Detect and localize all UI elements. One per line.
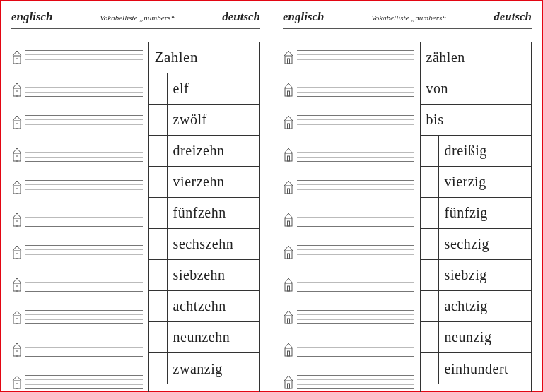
writing-line[interactable] [11, 108, 143, 136]
page-header: englisch Vokabelliste „numbers“ deutsch [11, 10, 260, 29]
writing-line[interactable] [11, 43, 143, 71]
ruled-lines [297, 148, 414, 162]
german-word: elf [168, 73, 259, 104]
writing-line[interactable] [11, 335, 143, 364]
german-word-cell: elf [149, 73, 259, 105]
writing-line[interactable] [283, 76, 414, 104]
writing-line[interactable] [283, 271, 414, 299]
writing-line[interactable] [283, 43, 414, 71]
ruled-lines [25, 278, 143, 292]
german-word: sechzig [439, 229, 531, 259]
writing-line[interactable] [283, 141, 414, 169]
worksheet-page-left: englisch Vokabelliste „numbers“ deutsch [1, 1, 270, 391]
german-word-cell: zählen [421, 42, 531, 73]
indent-marker [421, 353, 439, 384]
indent-marker [149, 198, 168, 228]
indent-marker [149, 167, 168, 197]
writing-line[interactable] [11, 141, 143, 169]
house-icon [283, 146, 294, 163]
german-word: neunzehn [168, 322, 259, 352]
german-word: fünfzehn [168, 198, 259, 228]
indent-marker [149, 105, 168, 135]
writing-line[interactable] [283, 238, 414, 266]
writing-line[interactable] [11, 238, 143, 266]
writing-line[interactable] [11, 271, 143, 299]
ruled-lines [297, 245, 414, 259]
svg-rect-42 [285, 381, 292, 388]
german-word: fünfzig [439, 198, 531, 228]
indent-marker [421, 136, 439, 166]
svg-rect-11 [16, 221, 18, 226]
english-column [283, 42, 414, 392]
header-german-label: deutsch [494, 10, 532, 24]
writing-line[interactable] [11, 173, 143, 201]
german-word: neunzig [439, 322, 531, 352]
german-word-cell: fünfzehn [149, 198, 259, 229]
german-word: zwölf [168, 105, 259, 135]
german-word: bis [421, 105, 531, 135]
svg-rect-33 [288, 221, 290, 226]
writing-line[interactable] [283, 173, 414, 201]
writing-line[interactable] [11, 206, 143, 234]
ruled-lines [297, 83, 414, 97]
writing-line[interactable] [283, 335, 414, 364]
writing-line[interactable] [283, 303, 414, 331]
german-word-cell: neunzehn [149, 322, 259, 353]
house-icon [11, 244, 23, 261]
columns: zählenvonbisdreißigvierzigfünfzigsechzig… [283, 42, 532, 392]
writing-line[interactable] [283, 368, 414, 392]
writing-line[interactable] [283, 206, 414, 234]
house-icon [11, 114, 23, 131]
house-icon [11, 211, 23, 228]
german-word: vierzig [439, 167, 531, 197]
svg-rect-12 [13, 251, 21, 259]
svg-rect-0 [13, 56, 21, 64]
writing-line[interactable] [11, 368, 143, 392]
ruled-lines [297, 343, 414, 357]
svg-rect-2 [13, 88, 21, 96]
german-word: vierzehn [168, 167, 259, 197]
ruled-lines [25, 310, 143, 324]
svg-rect-29 [288, 156, 290, 161]
indent-marker [149, 260, 168, 290]
svg-rect-30 [285, 186, 292, 194]
indent-marker [149, 229, 168, 259]
german-word: Zahlen [149, 42, 259, 73]
svg-rect-40 [285, 348, 292, 356]
svg-rect-1 [16, 59, 18, 64]
german-word-cell: dreißig [421, 136, 531, 167]
writing-line[interactable] [11, 303, 143, 331]
german-word: dreißig [439, 136, 531, 166]
svg-rect-8 [13, 186, 21, 194]
svg-rect-10 [13, 218, 21, 226]
german-word-cell: sechzig [421, 229, 531, 260]
header-english-label: englisch [11, 10, 53, 24]
german-title-cell: Zahlen [149, 42, 259, 73]
ruled-lines [25, 343, 143, 357]
svg-rect-41 [288, 351, 290, 356]
ruled-lines [297, 50, 414, 64]
house-icon [283, 341, 294, 358]
svg-rect-32 [285, 218, 292, 226]
house-icon [283, 211, 294, 228]
house-icon [11, 374, 23, 391]
svg-rect-35 [288, 254, 290, 259]
header-subtitle: Vokabelliste „numbers“ [100, 13, 175, 22]
house-icon [283, 114, 294, 131]
writing-line[interactable] [11, 76, 143, 104]
writing-line[interactable] [283, 108, 414, 136]
indent-marker [149, 353, 168, 384]
svg-rect-3 [16, 91, 18, 96]
house-icon [11, 49, 23, 66]
indent-marker [421, 291, 439, 321]
indent-marker [149, 73, 168, 104]
svg-rect-37 [288, 286, 290, 291]
house-icon [11, 341, 23, 358]
ruled-lines [25, 115, 143, 129]
indent-marker [421, 167, 439, 197]
svg-rect-14 [13, 283, 21, 291]
german-word: zählen [421, 42, 531, 73]
indent-marker [421, 260, 439, 290]
svg-rect-21 [16, 384, 18, 388]
german-word: siebzig [439, 260, 531, 290]
